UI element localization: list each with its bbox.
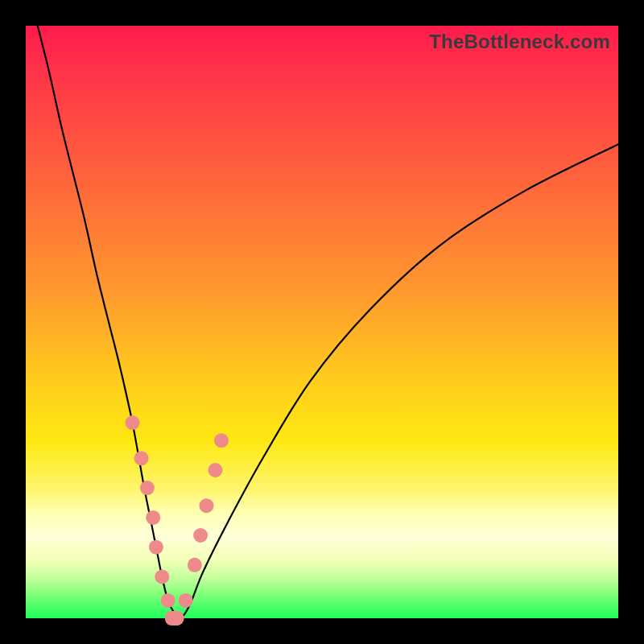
chart-frame: TheBottleneck.com bbox=[0, 0, 644, 644]
highlight-marker bbox=[188, 558, 202, 572]
highlight-marker bbox=[193, 528, 208, 543]
bottleneck-curve bbox=[38, 26, 618, 618]
highlight-marker bbox=[208, 463, 223, 477]
chart-plot-area: TheBottleneck.com bbox=[26, 26, 618, 618]
highlight-marker bbox=[200, 498, 214, 513]
bottleneck-chart bbox=[26, 26, 618, 618]
highlight-marker bbox=[155, 570, 169, 584]
highlight-marker bbox=[146, 510, 160, 525]
highlight-marker bbox=[126, 415, 140, 430]
valley-floor-marker bbox=[165, 611, 183, 625]
highlight-marker bbox=[140, 481, 155, 495]
highlight-marker bbox=[149, 540, 163, 555]
highlight-marker bbox=[179, 593, 193, 608]
highlighted-points bbox=[126, 415, 229, 625]
highlight-marker bbox=[161, 593, 175, 608]
highlight-marker bbox=[214, 433, 229, 448]
highlight-marker bbox=[134, 451, 149, 465]
